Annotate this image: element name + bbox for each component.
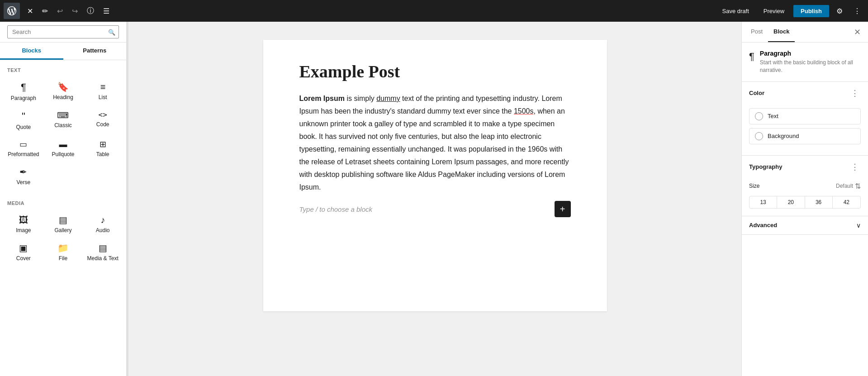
audio-label: Audio bbox=[96, 227, 110, 233]
category-media-label: MEDIA bbox=[0, 193, 126, 209]
right-sidebar-tabs: Post Block ✕ bbox=[742, 22, 868, 43]
add-block-area: Type / to choose a block + bbox=[299, 201, 571, 217]
size-option-13[interactable]: 13 bbox=[749, 196, 777, 208]
color-option-background[interactable]: Background bbox=[749, 128, 861, 144]
ellipsis-icon: ⋮ bbox=[854, 7, 861, 15]
block-item-list[interactable]: ≡ List bbox=[83, 76, 123, 105]
topbar: ✕ ✏ ↩ ↪ ⓘ ☰ Save draft Preview Publish ⚙… bbox=[0, 0, 868, 22]
cover-icon: ▣ bbox=[19, 243, 28, 252]
typography-section: Typography ⋮ Size Default ⇅ 13 20 36 42 bbox=[742, 156, 868, 216]
wp-logo[interactable] bbox=[4, 3, 20, 19]
block-item-audio[interactable]: ♪ Audio bbox=[83, 209, 123, 238]
typography-controls: Default ⇅ bbox=[836, 182, 861, 190]
publish-button[interactable]: Publish bbox=[793, 5, 829, 17]
content-paragraph-1[interactable]: Lorem Ipsum is simply dummy text of the … bbox=[299, 92, 571, 194]
info-button[interactable]: ⓘ bbox=[83, 4, 98, 19]
list-view-button[interactable]: ☰ bbox=[100, 4, 113, 18]
advanced-section-header[interactable]: Advanced ∨ bbox=[742, 216, 868, 234]
size-option-20[interactable]: 20 bbox=[777, 196, 805, 208]
color-section-header[interactable]: Color ⋮ bbox=[742, 82, 868, 105]
sidebar-left: 🔍 Blocks Patterns TEXT ¶ Paragraph 🔖 Hea… bbox=[0, 22, 127, 376]
tab-post[interactable]: Post bbox=[745, 22, 768, 42]
pullquote-icon: ▬ bbox=[59, 140, 67, 148]
year-link[interactable]: 1500s, bbox=[514, 107, 536, 115]
color-section-more-button[interactable]: ⋮ bbox=[849, 87, 861, 99]
preformatted-label: Preformatted bbox=[8, 151, 39, 157]
color-option-text[interactable]: Text bbox=[749, 108, 861, 124]
advanced-section: Advanced ∨ bbox=[742, 216, 868, 235]
gallery-icon: ▤ bbox=[59, 215, 67, 224]
editor-canvas[interactable]: Example Post Lorem Ipsum is simply dummy… bbox=[263, 40, 607, 311]
block-item-preformatted[interactable]: ▭ Preformatted bbox=[4, 134, 43, 162]
content-text-1: is simply bbox=[345, 95, 376, 102]
block-item-media-text[interactable]: ▤ Media & Text bbox=[83, 238, 123, 266]
size-option-42[interactable]: 42 bbox=[833, 196, 860, 208]
file-icon: 📁 bbox=[57, 243, 69, 252]
block-info-description: Start with the basic building block of a… bbox=[760, 59, 861, 74]
block-info-text: Paragraph Start with the basic building … bbox=[760, 50, 861, 74]
content-text-3: when an unknown printer took a galley of… bbox=[299, 107, 569, 191]
block-item-classic[interactable]: ⌨ Classic bbox=[43, 105, 83, 134]
code-icon: <> bbox=[99, 111, 107, 119]
block-item-gallery[interactable]: ▤ Gallery bbox=[43, 209, 83, 238]
tab-patterns[interactable]: Patterns bbox=[63, 43, 127, 60]
text-blocks-grid: ¶ Paragraph 🔖 Heading ≡ List " Quote ⌨ bbox=[0, 76, 126, 193]
block-item-verse[interactable]: ✒ Verse bbox=[4, 162, 43, 190]
size-option-36[interactable]: 36 bbox=[805, 196, 833, 208]
tab-block[interactable]: Block bbox=[768, 22, 795, 42]
block-item-cover[interactable]: ▣ Cover bbox=[4, 238, 43, 266]
pullquote-label: Pullquote bbox=[52, 151, 74, 157]
add-block-placeholder[interactable]: Type / to choose a block bbox=[299, 205, 555, 213]
search-input[interactable] bbox=[7, 25, 119, 38]
typography-section-header[interactable]: Typography ⋮ bbox=[742, 156, 868, 178]
sidebar-blocks-list: TEXT ¶ Paragraph 🔖 Heading ≡ List " Quot… bbox=[0, 60, 126, 376]
dummy-link[interactable]: dummy bbox=[376, 95, 400, 102]
color-background-label: Background bbox=[768, 133, 799, 139]
preview-button[interactable]: Preview bbox=[758, 5, 790, 17]
color-radio-background bbox=[755, 132, 763, 140]
lorem-ipsum-bold: Lorem Ipsum bbox=[299, 95, 345, 102]
block-item-pullquote[interactable]: ▬ Pullquote bbox=[43, 134, 83, 162]
typography-section-more-button[interactable]: ⋮ bbox=[849, 161, 861, 173]
media-text-icon: ▤ bbox=[99, 243, 107, 252]
advanced-section-chevron[interactable]: ∨ bbox=[856, 222, 861, 229]
gear-icon: ⚙ bbox=[836, 7, 843, 15]
audio-icon: ♪ bbox=[100, 215, 105, 224]
block-item-image[interactable]: 🖼 Image bbox=[4, 209, 43, 238]
block-item-heading[interactable]: 🔖 Heading bbox=[43, 76, 83, 105]
topbar-right: Save draft Preview Publish ⚙ ⋮ bbox=[717, 4, 864, 18]
editor-area: Example Post Lorem Ipsum is simply dummy… bbox=[128, 22, 741, 376]
edit-button[interactable]: ✏ bbox=[38, 4, 52, 18]
post-title[interactable]: Example Post bbox=[299, 62, 571, 81]
code-label: Code bbox=[96, 121, 109, 128]
redo-icon: ↪ bbox=[72, 7, 78, 15]
close-sidebar-button[interactable]: ✕ bbox=[850, 25, 864, 39]
save-draft-button[interactable]: Save draft bbox=[717, 5, 754, 17]
block-item-quote[interactable]: " Quote bbox=[4, 105, 43, 134]
quote-label: Quote bbox=[16, 124, 31, 130]
block-item-code[interactable]: <> Code bbox=[83, 105, 123, 134]
block-info-title: Paragraph bbox=[760, 50, 861, 57]
typography-settings-button[interactable]: ⇅ bbox=[855, 182, 861, 190]
close-icon: ✕ bbox=[27, 7, 33, 15]
tab-blocks[interactable]: Blocks bbox=[0, 43, 63, 60]
post-content[interactable]: Lorem Ipsum is simply dummy text of the … bbox=[299, 92, 571, 194]
more-options-button[interactable]: ⋮ bbox=[850, 4, 864, 18]
typography-section-title: Typography bbox=[749, 163, 782, 170]
preformatted-icon: ▭ bbox=[19, 140, 27, 148]
quote-icon: " bbox=[22, 111, 25, 121]
close-button[interactable]: ✕ bbox=[24, 4, 37, 18]
undo-button[interactable]: ↩ bbox=[53, 4, 66, 18]
block-item-paragraph[interactable]: ¶ Paragraph bbox=[4, 76, 43, 105]
block-item-table[interactable]: ⊞ Table bbox=[83, 134, 123, 162]
redo-button[interactable]: ↪ bbox=[68, 4, 81, 18]
paragraph-label: Paragraph bbox=[11, 95, 36, 101]
paragraph-icon: ¶ bbox=[21, 82, 26, 92]
list-label: List bbox=[99, 94, 107, 100]
sidebar-right: Post Block ✕ ¶ Paragraph Start with the … bbox=[741, 22, 868, 376]
image-icon: 🖼 bbox=[19, 215, 28, 224]
block-item-file[interactable]: 📁 File bbox=[43, 238, 83, 266]
color-radio-text bbox=[755, 112, 763, 120]
add-block-button[interactable]: + bbox=[555, 201, 571, 217]
settings-button[interactable]: ⚙ bbox=[833, 4, 846, 18]
